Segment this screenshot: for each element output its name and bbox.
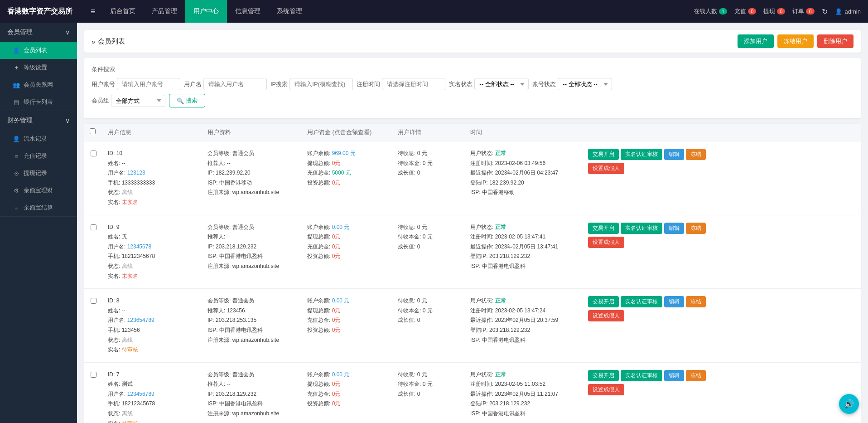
refresh-icon[interactable]: ↻ — [822, 7, 828, 16]
row4-realname-btn[interactable]: 实名认证审核 — [621, 370, 662, 381]
row4-freeze-btn[interactable]: 冻结 — [686, 370, 706, 381]
freeze-user-button[interactable]: 冻结用户 — [777, 34, 814, 48]
table-header: 用户信息 用户资料 用户资金 (点击金额查看) 用户详情 时间 — [84, 124, 861, 141]
reg-time-input[interactable] — [382, 78, 445, 90]
row2-trade-btn[interactable]: 交易开启 — [588, 223, 619, 234]
sidebar-item-recharge-records[interactable]: ≡ 充值记录 — [0, 147, 77, 165]
col-user-funds: 用户资金 (点击金额查看) — [302, 128, 392, 136]
row2-balance-link[interactable]: 0.00 元 — [332, 224, 350, 230]
group-select[interactable]: 全部方式 — [111, 95, 165, 107]
sidebar-item-member-network[interactable]: 👥 会员关系网 — [0, 76, 77, 93]
col-actions — [583, 128, 673, 136]
row3-user-info: ID: 8 姓名: -- 用户名: 123654789 手机: 123456 状… — [102, 296, 202, 355]
row4-fake-btn[interactable]: 设置成假人 — [588, 384, 624, 395]
row3-edit-btn[interactable]: 编辑 — [664, 296, 684, 307]
search-group-ip: IP搜索 — [270, 78, 353, 90]
admin-info[interactable]: 👤 admin — [835, 8, 861, 15]
order-label: 订单 — [792, 7, 804, 15]
sidebar-item-withdraw-records[interactable]: ⊙ 提现记录 — [0, 165, 77, 182]
col-user-detail: 用户详情 — [392, 128, 465, 136]
row1-balance-link[interactable]: 969.00 元 — [332, 150, 356, 156]
account-input[interactable] — [117, 78, 180, 90]
nav-menu: ≡ 后台首页 产品管理 用户中心 信息管理 系统管理 — [84, 0, 694, 23]
nav-item-info[interactable]: 信息管理 — [227, 0, 269, 23]
online-count[interactable]: 在线人数 1 — [694, 7, 727, 15]
real-status-select[interactable]: -- 全部状态 -- — [474, 78, 529, 90]
online-label: 在线人数 — [694, 7, 717, 15]
search-row-1: 用户账号 用户名 IP搜索 注册时间 实名状态 -- 全部状态 -- — [92, 78, 854, 90]
row3-balance-link[interactable]: 0.00 元 — [332, 297, 350, 304]
row3-trade-btn[interactable]: 交易开启 — [588, 296, 619, 307]
search-group-username: 用户名 — [184, 78, 267, 90]
row3-checkbox-cell — [84, 296, 102, 304]
row1-edit-btn[interactable]: 编辑 — [664, 149, 684, 160]
row2-fake-btn[interactable]: 设置成假人 — [588, 237, 624, 248]
sidebar-group-finance-header[interactable]: 财务管理 ∨ — [0, 111, 77, 130]
sidebar-item-yuebao[interactable]: ⚙ 余额宝理财 — [0, 182, 77, 199]
row1-freeze-btn[interactable]: 冻结 — [686, 149, 706, 160]
table-area: 用户信息 用户资料 用户资金 (点击金额查看) 用户详情 时间 ID: 10 姓… — [84, 124, 861, 423]
sidebar-group-member-label: 会员管理 — [7, 28, 33, 36]
online-badge: 1 — [719, 8, 727, 15]
nav-item-products[interactable]: 产品管理 — [144, 0, 185, 23]
recharge-icon: ≡ — [13, 153, 20, 160]
row1-trade-btn[interactable]: 交易开启 — [588, 149, 619, 160]
row1-realname-btn[interactable]: 实名认证审核 — [621, 149, 662, 160]
sidebar-group-member-header[interactable]: 会员管理 ∨ — [0, 23, 77, 42]
nav-item-dashboard[interactable]: 后台首页 — [102, 0, 144, 23]
row2-detail: 待收息: 0 元 待收本金: 0 元 成长值: 0 — [392, 223, 465, 252]
sidebar-item-member-list[interactable]: 👤 会员列表 — [0, 42, 77, 59]
search-group-account-status: 账号状态 -- 全部状态 -- — [532, 78, 612, 90]
menu-toggle-icon[interactable]: ≡ — [84, 7, 102, 16]
sidebar-item-yuebao-settle[interactable]: ≡ 余额宝结算 — [0, 199, 77, 216]
order-count[interactable]: 订单 0 — [792, 7, 814, 15]
sidebar-item-flow-records[interactable]: 👤 流水记录 — [0, 130, 77, 147]
row4-balance-link[interactable]: 0.00 元 — [332, 371, 350, 378]
account-status-select[interactable]: -- 全部状态 -- — [558, 78, 612, 90]
row2-actions: 交易开启 实名认证审核 编辑 冻结 设置成假人 — [583, 223, 861, 248]
breadcrumb-icon: » — [92, 38, 95, 45]
row4-trade-btn[interactable]: 交易开启 — [588, 370, 619, 381]
row2-user-info: ID: 9 姓名: 无 用户名: 12345678 手机: 1821234567… — [102, 223, 202, 282]
row1-fake-btn[interactable]: 设置成假人 — [588, 163, 624, 174]
row2-checkbox[interactable] — [91, 224, 96, 230]
row4-username-link[interactable]: 123456789 — [127, 391, 154, 397]
row1-username-link[interactable]: 123123 — [127, 170, 145, 176]
recharge-count[interactable]: 充值 0 — [734, 7, 756, 15]
sidebar-item-level-settings[interactable]: ✦ 等级设置 — [0, 59, 77, 76]
row2-edit-btn[interactable]: 编辑 — [664, 223, 684, 234]
row2-freeze-btn[interactable]: 冻结 — [686, 223, 706, 234]
withdraw-label: 提现 — [763, 7, 775, 15]
row4-user-info: ID: 7 姓名: 测试 用户名: 123456789 手机: 18212345… — [102, 370, 202, 423]
select-all-checkbox[interactable] — [90, 128, 96, 134]
float-button[interactable]: 🔊 — [839, 394, 859, 414]
row2-realname-btn[interactable]: 实名认证审核 — [621, 223, 662, 234]
row3-freeze-btn[interactable]: 冻结 — [686, 296, 706, 307]
nav-item-users[interactable]: 用户中心 — [185, 0, 227, 23]
row3-fake-btn[interactable]: 设置成假人 — [588, 310, 624, 321]
delete-user-button[interactable]: 删除用户 — [817, 34, 854, 48]
row4-checkbox-cell — [84, 370, 102, 378]
row4-checkbox[interactable] — [91, 372, 96, 378]
row4-edit-btn[interactable]: 编辑 — [664, 370, 684, 381]
search-button[interactable]: 🔍 搜索 — [169, 94, 205, 107]
sidebar-item-bank-cards[interactable]: ▤ 银行卡列表 — [0, 93, 77, 111]
add-user-button[interactable]: 添加用户 — [738, 34, 774, 48]
page-actions: 添加用户 冻结用户 删除用户 — [738, 34, 854, 48]
row2-time: 用户状态: 正常 注册时间: 2023-02-05 13:47:41 最近操作:… — [465, 223, 583, 272]
sidebar-item-yuebao-settle-label: 余额宝结算 — [24, 204, 53, 212]
row3-checkbox[interactable] — [91, 298, 96, 304]
nav-item-system[interactable]: 系统管理 — [269, 0, 310, 23]
sidebar-item-member-list-label: 会员列表 — [24, 46, 47, 54]
row3-username-link[interactable]: 123654789 — [127, 317, 154, 323]
sidebar-item-flow-records-label: 流水记录 — [24, 135, 47, 143]
ip-label: IP搜索 — [270, 80, 288, 88]
search-group-reg-time: 注册时间 — [357, 78, 445, 90]
row2-username-link[interactable]: 12345678 — [127, 243, 151, 250]
row2-user-data: 会员等级: 普通会员 推荐人: -- IP: 203.218.129.232 I… — [202, 223, 302, 272]
row3-realname-btn[interactable]: 实名认证审核 — [621, 296, 662, 307]
withdraw-count[interactable]: 提现 0 — [763, 7, 785, 15]
username-input[interactable] — [203, 78, 267, 90]
row1-checkbox[interactable] — [91, 151, 96, 156]
ip-input[interactable] — [289, 78, 353, 90]
